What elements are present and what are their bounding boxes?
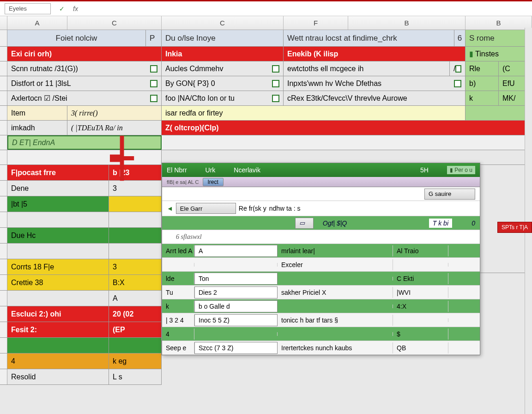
cell[interactable]: Exi ciri orh) <box>7 47 162 61</box>
col-header[interactable]: C <box>67 16 162 30</box>
cell[interactable]: Rle <box>466 61 499 76</box>
popup-cell[interactable]: Ton <box>194 273 278 285</box>
popup-cell[interactable]: A <box>194 245 278 257</box>
col-header[interactable]: A <box>7 16 67 30</box>
cell[interactable]: Wett ntrau locst at findime_chrk <box>284 30 454 46</box>
popup-cell[interactable]: Irertertckes nunch kaubs <box>278 342 393 353</box>
cell[interactable]: F|pocast frre <box>7 165 109 180</box>
cell[interactable] <box>7 212 109 227</box>
cell[interactable]: imkadh <box>7 121 67 135</box>
popup-cell[interactable] <box>278 332 393 336</box>
cell[interactable]: Resolid <box>7 369 109 384</box>
cell[interactable]: / <box>450 61 466 76</box>
checkbox-icon[interactable] <box>150 65 157 73</box>
popup-cell[interactable]: b o Galle d <box>194 300 278 312</box>
cell[interactable]: Axlertocn ☑ /Stei <box>7 91 162 105</box>
checkbox-icon[interactable] <box>150 80 157 87</box>
checkbox-icon[interactable] <box>272 80 279 87</box>
popup-cell[interactable]: Dies 2 <box>194 286 278 298</box>
cell[interactable] <box>7 150 162 164</box>
cell[interactable]: 4 <box>7 353 109 369</box>
cell[interactable]: P <box>146 30 162 46</box>
checkbox-icon[interactable] <box>150 95 157 102</box>
fx-icon[interactable]: fx <box>73 5 78 12</box>
cell[interactable]: Z( oltcrop)(Clp) <box>162 121 532 135</box>
popup-cell[interactable]: Szcc (7 3 Z) <box>194 342 278 354</box>
cell[interactable]: D ET| EndnA <box>7 135 162 150</box>
cell[interactable]: 20 (02 <box>109 306 162 322</box>
cell[interactable]: 3 <box>109 181 162 196</box>
cell[interactable]: Distfort or 11 |3lsL <box>7 76 162 91</box>
cell[interactable]: Aucles Cdmmehv <box>162 61 284 76</box>
cell[interactable]: Foiet nolciw <box>7 30 146 46</box>
col-header[interactable]: C <box>162 16 284 30</box>
cell[interactable] <box>7 338 109 353</box>
cell[interactable]: 6 <box>454 30 466 46</box>
cell[interactable]: isar redfa or firtey <box>162 106 466 120</box>
cell[interactable]: A <box>109 291 162 306</box>
cell[interactable]: Inpxts'wwn hv Wche Dfethas <box>284 76 466 91</box>
side-tag[interactable]: SPTs r T|A <box>497 222 532 233</box>
cell[interactable]: B:X <box>109 275 162 290</box>
popup-icon-button[interactable]: ▭ <box>295 218 314 229</box>
popup-cell[interactable]: $ <box>393 329 448 340</box>
popup-cell[interactable]: mrlaint lear| <box>278 245 393 256</box>
popup-cell[interactable]: lde <box>162 273 194 284</box>
popup-cell[interactable]: Inoc 5 5 Z) <box>194 314 278 326</box>
cell[interactable]: cRex E3tk/Cfevcc\V threvlve Aurowe <box>284 91 466 105</box>
cell[interactable] <box>162 135 532 150</box>
cell[interactable]: Crettie 38 <box>7 275 109 290</box>
popup-cell[interactable]: Al Traio <box>393 245 448 256</box>
popup-cell[interactable] <box>278 277 393 280</box>
col-header[interactable]: B <box>466 16 532 30</box>
popup-cell[interactable] <box>194 263 278 267</box>
cell[interactable] <box>109 244 162 259</box>
cell[interactable]: Escluci 2:) ohi <box>7 306 109 322</box>
cell[interactable]: L s <box>109 369 162 384</box>
cell[interactable]: ▮Tinstes <box>466 47 532 61</box>
popup-cell[interactable]: QB <box>393 342 448 353</box>
cell[interactable]: By GON{ P3} 0 <box>162 76 284 91</box>
popup-title-bar[interactable]: El Nbrr Urk Ncerlavik 5H ▮ Per o u <box>162 163 480 177</box>
cell[interactable]: k eg <box>109 353 162 369</box>
popup-cell[interactable]: k <box>162 301 194 312</box>
cell[interactable]: k <box>466 91 499 105</box>
cell[interactable]: S rome <box>466 30 532 46</box>
cell[interactable]: Dene <box>7 181 109 196</box>
name-box[interactable] <box>5 3 51 14</box>
popup-cell[interactable] <box>194 332 278 336</box>
cell[interactable]: Inkia <box>162 47 284 61</box>
cell[interactable]: Scnn rutnatc /31(G)) <box>7 61 162 76</box>
checkbox-icon[interactable] <box>272 95 279 102</box>
checkbox-icon[interactable] <box>272 65 279 73</box>
popup-cell[interactable]: Exceler <box>278 259 393 270</box>
cell[interactable] <box>7 291 109 306</box>
vertical-scrollbar[interactable] <box>525 28 532 414</box>
popup-cell[interactable]: | 3 2 4 <box>162 315 194 326</box>
cell[interactable] <box>109 196 162 212</box>
cell[interactable]: Du o/lse Inoye <box>162 30 284 46</box>
cell[interactable]: 3( rirre() <box>67 106 162 120</box>
cell[interactable]: |bt |5 <box>7 196 109 212</box>
cell[interactable]: Corrts 18 F|e <box>7 259 109 274</box>
popup-insert-button[interactable]: Irect <box>203 178 224 186</box>
popup-cell[interactable]: Arrt led A DCM/ <box>162 245 194 256</box>
cell[interactable] <box>109 228 162 243</box>
popup-cell[interactable]: Tu <box>162 287 194 298</box>
cell[interactable]: ( |TDEuTA Ra/ in <box>67 121 162 135</box>
checkbox-icon[interactable] <box>455 65 461 73</box>
popup-cell[interactable]: sakher Priciel X <box>278 287 393 298</box>
popup-cell[interactable] <box>162 263 194 267</box>
popup-cell[interactable]: tonicc h bar tf tars § <box>278 315 393 326</box>
cell[interactable]: Enekib (K ilisp <box>284 47 466 61</box>
cell[interactable]: Due Hc <box>7 228 109 243</box>
col-header[interactable]: F <box>284 16 348 30</box>
cell[interactable]: b) <box>466 76 499 91</box>
cell[interactable]: ewtctoths ell mcgece ih <box>284 61 450 76</box>
cell[interactable]: foo |NA/Cfto Ion or tu <box>162 91 284 105</box>
popup-cell[interactable]: C Ekti <box>393 273 448 284</box>
popup-cell[interactable]: 4 <box>162 329 194 340</box>
popup-cell[interactable]: |WVI <box>393 287 448 298</box>
cell[interactable] <box>109 212 162 227</box>
cell[interactable]: Item <box>7 106 67 120</box>
